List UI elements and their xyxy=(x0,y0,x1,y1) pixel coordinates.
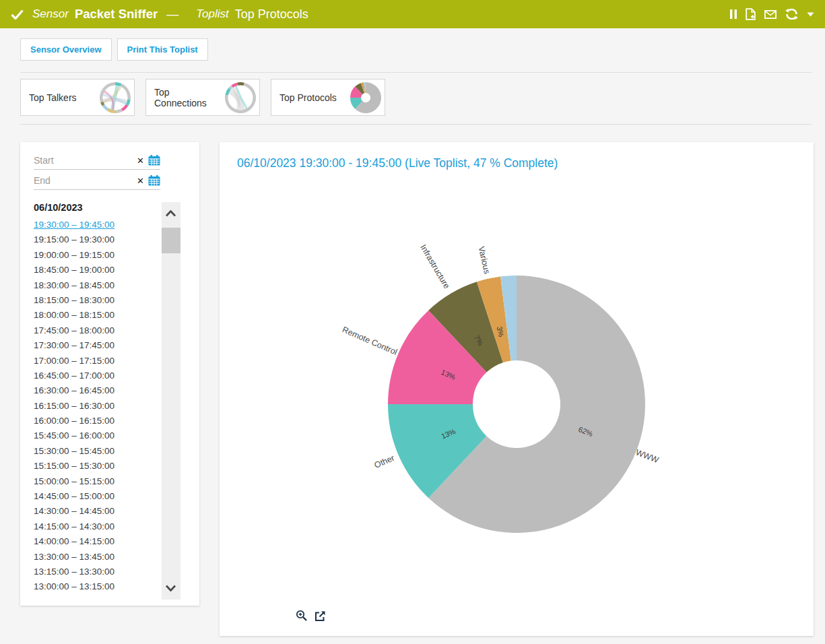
time-range-item[interactable]: 15:30:00 – 15:45:00 xyxy=(34,444,159,459)
time-range-item[interactable]: 16:00:00 – 16:15:00 xyxy=(34,414,159,428)
breadcrumb-sensor-name[interactable]: Packet Sniffer xyxy=(75,7,158,22)
divider xyxy=(20,124,812,125)
time-range-item[interactable]: 13:30:00 – 13:45:00 xyxy=(34,550,159,565)
time-range-item[interactable]: 18:15:00 – 18:30:00 xyxy=(34,293,159,308)
breadcrumb-separator: — xyxy=(166,7,178,22)
scrollbar-thumb[interactable] xyxy=(162,228,180,253)
tab-top-protocols[interactable]: Top Protocols xyxy=(271,79,385,116)
zoom-in-icon[interactable] xyxy=(296,610,308,622)
divider xyxy=(20,72,812,73)
toolbar: Sensor Overview Print This Toplist xyxy=(20,38,208,61)
time-range-item[interactable]: 14:45:00 – 15:00:00 xyxy=(34,489,159,504)
time-range-item[interactable]: 18:00:00 – 18:15:00 xyxy=(34,308,159,323)
time-range-list: 19:30:00 – 19:45:0019:15:00 – 19:30:0019… xyxy=(34,218,159,595)
scroll-up-icon[interactable] xyxy=(165,210,176,217)
calendar-icon[interactable] xyxy=(148,155,160,166)
date-group-header: 06/10/2023 xyxy=(34,202,83,213)
calendar-icon[interactable] xyxy=(148,175,160,186)
tab-top-talkers[interactable]: Top Talkers xyxy=(20,79,135,116)
ok-status-icon xyxy=(11,9,24,20)
top-connections-thumbnail-chart xyxy=(224,82,257,114)
end-date-row: ✕ xyxy=(34,172,160,190)
pie-name-label: WWW xyxy=(634,447,660,465)
time-range-item[interactable]: 15:45:00 – 16:00:00 xyxy=(34,428,159,443)
time-range-item[interactable]: 16:45:00 – 17:00:00 xyxy=(34,368,159,383)
pie-segment-small xyxy=(121,84,131,100)
time-range-item[interactable]: 19:30:00 – 19:45:00 xyxy=(34,218,159,232)
print-toplist-button[interactable]: Print This Toplist xyxy=(117,38,208,61)
time-range-item[interactable]: 17:45:00 – 18:00:00 xyxy=(34,323,159,338)
pie-segment-small xyxy=(121,104,129,110)
time-range-item[interactable]: 18:45:00 – 19:00:00 xyxy=(34,263,159,278)
time-range-item[interactable]: 17:00:00 – 17:15:00 xyxy=(34,354,159,368)
breadcrumb-bar: Sensor Packet Sniffer — Toplist Top Prot… xyxy=(0,0,825,28)
time-range-item[interactable]: 17:30:00 – 17:45:00 xyxy=(34,338,159,353)
tab-label: Top Protocols xyxy=(279,92,337,103)
time-range-item[interactable]: 13:15:00 – 13:30:00 xyxy=(34,565,159,579)
time-range-item[interactable]: 16:30:00 – 16:45:00 xyxy=(34,383,159,398)
clear-start-icon[interactable]: ✕ xyxy=(137,156,144,165)
pause-icon[interactable] xyxy=(730,9,737,19)
pie-name-label: Remote Control xyxy=(341,325,399,357)
scroll-down-icon[interactable] xyxy=(165,585,176,591)
start-date-row: ✕ xyxy=(34,152,160,170)
time-range-item[interactable]: 14:15:00 – 14:30:00 xyxy=(34,519,159,534)
time-list-scrollbar[interactable] xyxy=(162,202,180,600)
caret-down-icon[interactable] xyxy=(807,12,814,17)
refresh-icon[interactable] xyxy=(785,9,798,20)
breadcrumb-section-label: Toplist xyxy=(196,7,229,21)
pie-name-label: Infrastructure xyxy=(418,243,452,291)
tab-label: Top Talkers xyxy=(29,92,77,103)
start-date-input[interactable] xyxy=(34,155,135,166)
time-range-item[interactable]: 14:30:00 – 14:45:00 xyxy=(34,504,159,519)
top-protocols-thumbnail-chart xyxy=(350,82,382,114)
time-range-item[interactable]: 16:15:00 – 16:30:00 xyxy=(34,399,159,414)
tab-label: Top Connections xyxy=(154,87,224,108)
top-protocols-donut-chart: 62%WWW13%Other13%Remote Control7%Infrast… xyxy=(220,142,814,636)
time-range-item[interactable]: 15:00:00 – 15:15:00 xyxy=(34,474,159,489)
end-date-input[interactable] xyxy=(34,175,135,186)
tab-top-connections[interactable]: Top Connections xyxy=(145,79,260,116)
time-range-item[interactable]: 14:00:00 – 14:15:00 xyxy=(34,534,159,549)
pie-name-label: Various xyxy=(476,245,492,275)
clear-end-icon[interactable]: ✕ xyxy=(137,176,144,185)
sensor-overview-button[interactable]: Sensor Overview xyxy=(20,38,112,61)
open-external-icon[interactable] xyxy=(315,610,326,622)
time-range-item[interactable]: 13:00:00 – 13:15:00 xyxy=(34,579,159,594)
time-range-item[interactable]: 15:15:00 – 15:30:00 xyxy=(34,459,159,474)
header-action-icons xyxy=(730,8,814,20)
time-range-item[interactable]: 18:30:00 – 18:45:00 xyxy=(34,278,159,293)
breadcrumb-entity-label: Sensor xyxy=(32,7,69,21)
breadcrumb-toplist-name: Top Protocols xyxy=(235,7,308,22)
chart-actions xyxy=(296,610,326,622)
email-icon[interactable] xyxy=(764,10,777,19)
toplist-chart-panel: 06/10/2023 19:30:00 - 19:45:00 (Live Top… xyxy=(220,142,814,636)
top-talkers-thumbnail-chart xyxy=(99,82,131,114)
time-range-item[interactable]: 19:00:00 – 19:15:00 xyxy=(34,248,159,263)
time-range-item[interactable]: 19:15:00 – 19:30:00 xyxy=(34,232,159,247)
time-filter-panel: ✕ ✕ xyxy=(20,142,199,606)
toplist-tabs: Top Talkers Top Connections Top Protocol… xyxy=(20,79,385,116)
add-report-icon[interactable] xyxy=(746,8,756,20)
pie-name-label: Other xyxy=(373,453,396,470)
